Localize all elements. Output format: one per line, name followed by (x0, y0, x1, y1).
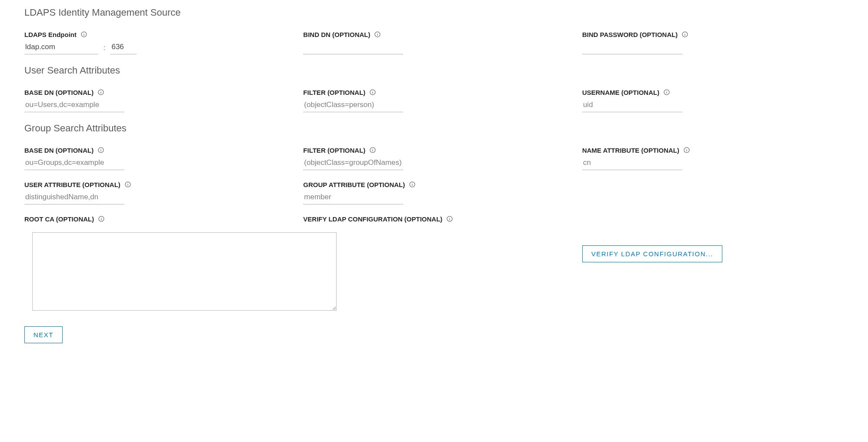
svg-point-8 (685, 33, 685, 33)
root-ca-label-text: ROOT CA (OPTIONAL) (24, 215, 94, 223)
info-icon[interactable] (80, 30, 88, 38)
group-attribute-label: GROUP ATTRIBUTE (OPTIONAL) (303, 181, 564, 188)
name-attribute-label-text: NAME ATTRIBUTE (OPTIONAL) (582, 147, 679, 154)
name-attribute-label: NAME ATTRIBUTE (OPTIONAL) (582, 146, 844, 154)
svg-point-38 (450, 217, 450, 218)
user-filter-label: FILTER (OPTIONAL) (303, 88, 564, 96)
identity-section-title: LDAPS Identity Management Source (24, 7, 844, 18)
user-filter-label-text: FILTER (OPTIONAL) (303, 89, 365, 96)
verify-ldap-button[interactable]: VERIFY LDAP CONFIGURATION... (582, 245, 722, 262)
info-icon[interactable] (681, 30, 689, 38)
group-filter-input[interactable] (303, 157, 403, 170)
user-filter-input[interactable] (303, 99, 403, 112)
ldaps-port-input[interactable] (110, 41, 137, 54)
svg-point-5 (377, 33, 378, 33)
username-label-text: USERNAME (OPTIONAL) (582, 89, 660, 96)
user-base-dn-label: BASE DN (OPTIONAL) (24, 88, 286, 96)
info-icon[interactable] (97, 146, 105, 154)
group-attribute-label-text: GROUP ATTRIBUTE (OPTIONAL) (303, 181, 405, 188)
svg-point-17 (667, 90, 667, 91)
user-attribute-input[interactable] (24, 191, 124, 204)
bind-password-input[interactable] (582, 41, 682, 54)
info-icon[interactable] (97, 88, 105, 96)
verify-ldap-label: VERIFY LDAP CONFIGURATION (OPTIONAL) (303, 215, 564, 223)
info-icon[interactable] (124, 181, 132, 188)
user-attribute-label-text: USER ATTRIBUTE (OPTIONAL) (24, 181, 120, 188)
user-base-dn-label-text: BASE DN (OPTIONAL) (24, 89, 93, 96)
info-icon[interactable] (663, 88, 671, 96)
user-search-section-title: User Search Attributes (24, 65, 844, 76)
verify-ldap-label-text: VERIFY LDAP CONFIGURATION (OPTIONAL) (303, 215, 442, 223)
group-attribute-input[interactable] (303, 191, 403, 204)
info-icon[interactable] (408, 181, 416, 188)
group-filter-label-text: FILTER (OPTIONAL) (303, 147, 365, 154)
username-label: USERNAME (OPTIONAL) (582, 88, 844, 96)
bind-dn-label: BIND DN (OPTIONAL) (303, 30, 564, 38)
group-base-dn-input[interactable] (24, 157, 124, 170)
name-attribute-input[interactable] (582, 157, 682, 170)
bind-dn-label-text: BIND DN (OPTIONAL) (303, 31, 370, 38)
username-input[interactable] (582, 99, 682, 112)
svg-point-14 (373, 90, 373, 91)
svg-point-35 (101, 217, 102, 218)
user-attribute-label: USER ATTRIBUTE (OPTIONAL) (24, 181, 286, 188)
svg-point-26 (686, 148, 687, 149)
svg-point-29 (127, 183, 128, 183)
info-icon[interactable] (683, 146, 691, 154)
group-base-dn-label: BASE DN (OPTIONAL) (24, 146, 286, 154)
info-icon[interactable] (374, 30, 381, 38)
ldaps-endpoint-label: LDAPS Endpoint (24, 30, 286, 38)
svg-point-20 (101, 148, 101, 149)
bind-password-label: BIND PASSWORD (OPTIONAL) (582, 30, 844, 38)
group-search-section-title: Group Search Attributes (24, 123, 844, 134)
ldaps-endpoint-label-text: LDAPS Endpoint (24, 31, 77, 38)
info-icon[interactable] (97, 215, 105, 223)
svg-point-23 (373, 148, 373, 149)
svg-point-32 (412, 183, 413, 183)
bind-password-label-text: BIND PASSWORD (OPTIONAL) (582, 31, 678, 38)
bind-dn-input[interactable] (303, 41, 403, 54)
info-icon[interactable] (369, 146, 377, 154)
endpoint-separator: : (103, 44, 105, 54)
ldaps-host-input[interactable] (24, 41, 98, 54)
info-icon[interactable] (369, 88, 377, 96)
info-icon[interactable] (446, 215, 454, 223)
user-base-dn-input[interactable] (24, 99, 124, 112)
svg-point-11 (101, 90, 101, 91)
group-base-dn-label-text: BASE DN (OPTIONAL) (24, 147, 93, 154)
next-button[interactable]: NEXT (24, 326, 63, 343)
svg-point-2 (83, 33, 84, 33)
root-ca-textarea[interactable] (32, 232, 337, 311)
group-filter-label: FILTER (OPTIONAL) (303, 146, 564, 154)
root-ca-label: ROOT CA (OPTIONAL) (24, 215, 286, 223)
